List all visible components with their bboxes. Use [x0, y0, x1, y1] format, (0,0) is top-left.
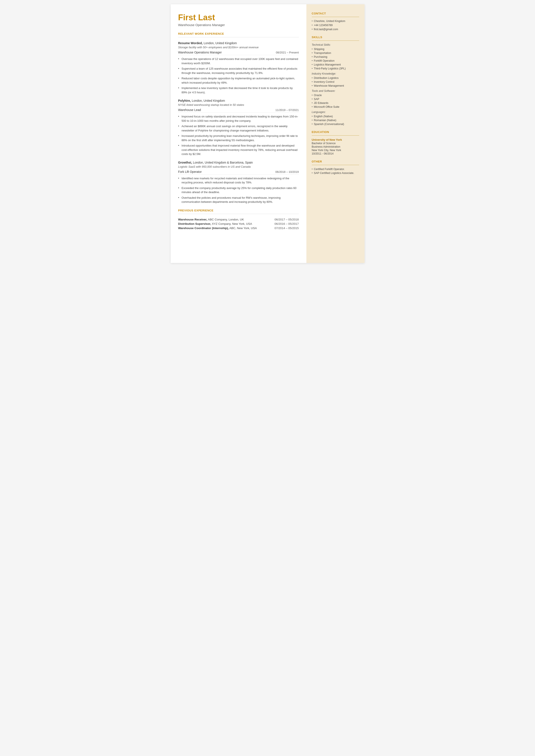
- resume-page: First Last Warehouse Operations Manager …: [171, 4, 365, 263]
- bullet-2-2: Achieved an $890K annual cost savings on…: [178, 124, 299, 132]
- other-section: OTHER Certified Forklift Operator. SAP C…: [312, 160, 359, 175]
- bullet-2-4: Introduced opportunities that improved m…: [178, 144, 299, 156]
- prev-job-2: Distribution Supervisor, XYZ Company, Ne…: [178, 222, 299, 225]
- previous-exp-title: PREVIOUS EXPERIENCE: [178, 209, 299, 212]
- company-desc-1: Storage facility with 50+ employees and …: [178, 46, 299, 49]
- prev-job-1-role: Warehouse Receiver,: [178, 218, 207, 221]
- bullet-1-3: Reduced labor costs despite opposition b…: [178, 76, 299, 85]
- edu-school-name: University of New York: [312, 138, 359, 141]
- company-desc-2: NYSE-listed warehousing startup located …: [178, 103, 299, 106]
- position-dates-2: 11/2019 – 07/2021: [275, 108, 299, 112]
- languages-label: Languages:: [312, 111, 359, 114]
- prev-job-3-dates: 07/2014 – 05/2015: [274, 227, 299, 230]
- bullet-3-2: Exceeded the company productivity averag…: [178, 186, 299, 194]
- skill-distribution: Distribution Logistics: [312, 76, 359, 79]
- company-name-3: Growthsi,: [178, 161, 192, 164]
- contact-title: CONTACT: [312, 12, 359, 15]
- skills-section: SKILLS Technical Skills: Shipping Transp…: [312, 36, 359, 126]
- job-block-3: Growthsi, London, United Kingdom & Barce…: [178, 160, 299, 204]
- skill-jd-edwards: JD Edwards: [312, 101, 359, 104]
- company-header-3: Growthsi, London, United Kingdom & Barce…: [178, 160, 299, 164]
- right-column: CONTACT Cheshire, United Kingdom +44 123…: [306, 4, 365, 263]
- other-cert-1: Certified Forklift Operator.: [312, 168, 359, 171]
- bullet-2-1: Improved focus on safety standards and d…: [178, 114, 299, 123]
- other-title: OTHER: [312, 160, 359, 163]
- company-location-1: London, United Kingdom: [204, 42, 237, 45]
- position-title-2: Warehouse Lead: [178, 108, 201, 112]
- edu-degree: Bachelor of Science: [312, 142, 359, 145]
- tools-label: Tools and Software:: [312, 90, 359, 93]
- bullets-1: Oversaw the operations of 12 warehouses …: [178, 57, 299, 95]
- skill-transportation: Transportation: [312, 51, 359, 55]
- skill-logistics-mgmt: Logistics Management: [312, 63, 359, 66]
- bullet-3-1: Identified new markets for recycled mate…: [178, 176, 299, 185]
- contact-section: CONTACT Cheshire, United Kingdom +44 123…: [312, 12, 359, 31]
- prev-job-1: Warehouse Receiver, ABC Company, London,…: [178, 218, 299, 221]
- skill-inventory: Inventory Control: [312, 80, 359, 83]
- prev-job-2-info: Distribution Supervisor, XYZ Company, Ne…: [178, 222, 252, 225]
- company-location-2: London, United Kingdom: [192, 99, 225, 102]
- technical-skills-label: Technical Skills:: [312, 43, 359, 46]
- prev-job-2-company: XYZ Company, New York, USA: [212, 222, 252, 225]
- prev-job-1-company: ABC Company, London, UK: [208, 218, 244, 221]
- position-row-3: Fork Lift Operator 06/2018 – 10/2019: [178, 170, 299, 175]
- prev-job-3-company: ABC, New York, USA: [230, 227, 257, 230]
- bullet-1-4: Implemented a new inventory system that …: [178, 86, 299, 95]
- job-title: Warehouse Operations Manager: [178, 23, 299, 27]
- relevant-work-title: RELEVANT WORK EXPERIENCE: [178, 32, 299, 35]
- contact-phone: +44 123456789: [312, 24, 359, 27]
- skill-purchasing: Purchasing: [312, 55, 359, 58]
- skill-ms-office: Microsoft Office Suite: [312, 105, 359, 108]
- other-cert-2: SAP Certified Logistics Associate.: [312, 172, 359, 175]
- position-dates-1: 08/2021 – Present: [276, 51, 299, 54]
- skill-3pl: Third-Party Logistics (3PL): [312, 67, 359, 70]
- bullet-1-1: Oversaw the operations of 12 warehouses …: [178, 57, 299, 65]
- left-column: First Last Warehouse Operations Manager …: [171, 4, 306, 263]
- company-name-2: Polyhire,: [178, 99, 191, 102]
- skill-spanish: Spanish (Conversational): [312, 123, 359, 126]
- previous-exp-section: PREVIOUS EXPERIENCE Warehouse Receiver, …: [178, 209, 299, 230]
- position-title-3: Fork Lift Operator: [178, 170, 202, 174]
- edu-dates: 10/2011 - 06/2014: [312, 152, 359, 155]
- edu-location: New York City, New York: [312, 149, 359, 152]
- prev-job-3-info: Warehouse Coordinator (Internship), ABC,…: [178, 227, 257, 230]
- position-title-1: Warehouse Operations Manager: [178, 51, 222, 54]
- industry-knowledge-label: Industry Knowledge:: [312, 72, 359, 75]
- bullet-1-2: Supervised a team of 125 warehouse assoc…: [178, 67, 299, 75]
- prev-job-2-dates: 06/2016 – 05/2017: [274, 222, 299, 225]
- prev-job-1-info: Warehouse Receiver, ABC Company, London,…: [178, 218, 244, 221]
- skill-sap: SAP: [312, 98, 359, 101]
- skill-warehouse-mgmt: Warehouse Management: [312, 84, 359, 87]
- education-section: EDUCATION University of New York Bachelo…: [312, 130, 359, 155]
- bullets-2: Improved focus on safety standards and d…: [178, 114, 299, 156]
- position-dates-3: 06/2018 – 10/2019: [275, 170, 299, 174]
- contact-email: first.last@gmail.com: [312, 28, 359, 31]
- name-heading: First Last: [178, 13, 299, 22]
- prev-job-2-role: Distribution Supervisor,: [178, 222, 211, 225]
- education-title: EDUCATION: [312, 130, 359, 134]
- contact-address: Cheshire, United Kingdom: [312, 20, 359, 23]
- company-location-3: London, United Kingdom & Barcelona, Spai…: [193, 161, 253, 164]
- skill-oracle: Oracle: [312, 94, 359, 97]
- skills-title: SKILLS: [312, 36, 359, 39]
- skill-english: English (Native): [312, 115, 359, 118]
- position-row-2: Warehouse Lead 11/2019 – 07/2021: [178, 108, 299, 113]
- job-block-1: Resume Worded, London, United Kingdom St…: [178, 41, 299, 95]
- prev-job-1-dates: 06/2017 – 05/2018: [274, 218, 299, 221]
- skill-shipping: Shipping: [312, 48, 359, 51]
- relevant-work-section: RELEVANT WORK EXPERIENCE Resume Worded, …: [178, 32, 299, 204]
- skill-romanian: Romanian (Native): [312, 119, 359, 122]
- bullet-3-3: Overhauled the policies and procedures m…: [178, 196, 299, 204]
- bullets-3: Identified new markets for recycled mate…: [178, 176, 299, 204]
- job-block-2: Polyhire, London, United Kingdom NYSE-li…: [178, 99, 299, 156]
- company-name-1: Resume Worded,: [178, 42, 203, 45]
- position-row-1: Warehouse Operations Manager 08/2021 – P…: [178, 51, 299, 55]
- prev-job-3: Warehouse Coordinator (Internship), ABC,…: [178, 227, 299, 230]
- company-desc-3: Logistic SaaS with 950,000 subscribers i…: [178, 165, 299, 168]
- company-header-2: Polyhire, London, United Kingdom: [178, 99, 299, 102]
- skill-forklift: Forklift Operation: [312, 59, 359, 62]
- prev-job-3-role: Warehouse Coordinator (Internship),: [178, 227, 229, 230]
- company-header-1: Resume Worded, London, United Kingdom: [178, 41, 299, 45]
- bullet-2-3: Increased productivity by promoting lean…: [178, 134, 299, 142]
- edu-field: Business Administration: [312, 145, 359, 148]
